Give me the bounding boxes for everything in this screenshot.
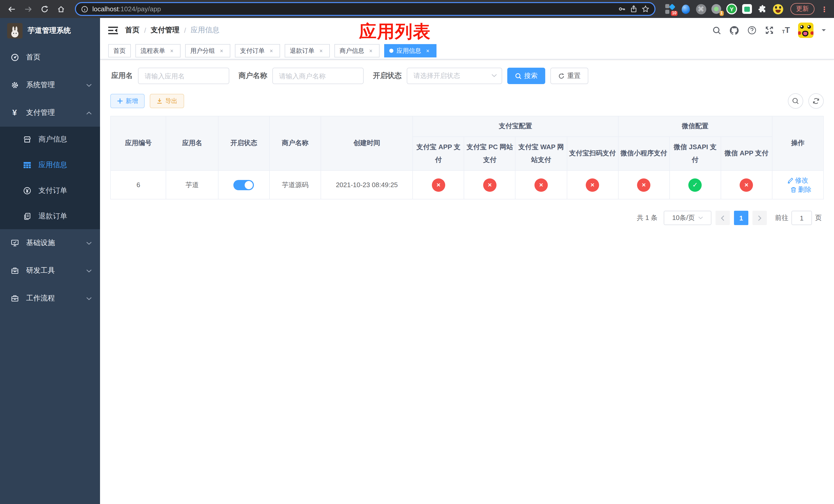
command-extension-icon[interactable]: ⌘ (696, 4, 706, 14)
status-toggle[interactable] (234, 180, 254, 190)
delete-link[interactable]: 删除 (790, 185, 811, 194)
close-icon[interactable]: × (317, 47, 325, 54)
col-alipay-app: 支付宝 APP 支付 (413, 137, 464, 170)
chevron-up-icon (86, 111, 92, 115)
prev-page-button[interactable] (716, 211, 730, 225)
edit-link[interactable]: 修改 (787, 176, 808, 185)
toggle-search-button[interactable] (788, 93, 803, 109)
reload-icon[interactable] (38, 2, 51, 16)
github-icon[interactable] (729, 25, 739, 35)
merchant-name-input[interactable] (272, 68, 364, 84)
next-page-button[interactable] (752, 211, 767, 225)
close-icon[interactable]: × (168, 47, 175, 54)
password-key-icon[interactable] (618, 5, 626, 13)
status-select[interactable]: 请选择开启状态 (407, 68, 502, 84)
sidebar-collapse-icon[interactable] (108, 26, 118, 35)
table-row: 6 芋道 芋道源码 2021-10-23 08:49:25 × × × × × (111, 170, 824, 199)
page-content: 应用名 商户名称 开启状态 请选择开启状态 搜索 (100, 60, 834, 504)
sketch-extension-icon[interactable]: 10 (665, 4, 676, 14)
tag-merchant-info[interactable]: 商户信息× (334, 44, 379, 58)
reset-button[interactable]: 重置 (550, 68, 588, 84)
chevron-down-icon (86, 241, 92, 245)
sidebar-item-home[interactable]: 首页 (0, 44, 100, 71)
document-copy-icon (23, 212, 31, 221)
table-toolbar: 新增 导出 (110, 93, 824, 109)
refresh-button[interactable] (808, 93, 824, 109)
tag-refund-order[interactable]: 退款订单× (285, 44, 330, 58)
extension-badge: 1 (719, 11, 724, 16)
sidebar-item-refund-order[interactable]: 退款订单 (0, 204, 100, 229)
alipay-pc-status: × (483, 178, 497, 191)
balloon-extension-icon[interactable] (680, 4, 691, 14)
page-unit-label: 页 (815, 213, 822, 223)
back-icon[interactable] (5, 2, 19, 16)
tag-process-form[interactable]: 流程表单× (135, 44, 180, 58)
goto-page-input[interactable] (791, 211, 812, 225)
close-icon[interactable]: × (367, 47, 374, 54)
cell-operations: 修改 删除 (772, 170, 824, 199)
sidebar-item-payment[interactable]: ¥ 支付管理 (0, 99, 100, 127)
close-icon[interactable]: × (268, 47, 275, 54)
forward-icon[interactable] (22, 2, 35, 16)
wechat-app-status: × (740, 178, 753, 191)
y-extension-icon[interactable]: Y (726, 4, 737, 14)
col-wechat-mini: 微信小程序支付 (618, 137, 670, 170)
header-search-icon[interactable] (712, 26, 721, 35)
site-info-icon[interactable] (81, 5, 88, 13)
sidebar-item-pay-order[interactable]: 支付订单 (0, 178, 100, 204)
url-bar[interactable]: localhost:1024/pay/app (75, 2, 656, 16)
cell-app-name: 芋道 (166, 170, 218, 199)
tag-home[interactable]: 首页 (108, 44, 131, 58)
chevron-down-icon (491, 74, 497, 77)
breadcrumb-payment[interactable]: 支付管理 (151, 26, 179, 35)
profile-emoji-icon[interactable] (772, 4, 783, 14)
font-size-icon[interactable]: TT (782, 26, 790, 35)
tag-user-group[interactable]: 用户分组× (185, 44, 230, 58)
merchant-name-label: 商户名称 (239, 71, 267, 81)
col-alipay-pc: 支付宝 PC 网站支付 (464, 137, 515, 170)
group-wechat-config: 微信配置 (618, 116, 772, 137)
bookmark-star-icon[interactable] (642, 5, 649, 13)
sidebar-logo[interactable]: 芋道管理系统 (0, 18, 100, 44)
close-icon[interactable]: × (424, 47, 431, 54)
briefcase-icon (10, 267, 19, 275)
breadcrumb-current: 应用信息 (191, 26, 220, 35)
total-count: 共 1 条 (637, 213, 658, 223)
user-avatar[interactable] (798, 23, 813, 38)
logo-avatar (7, 23, 23, 39)
tag-pay-order[interactable]: 支付订单× (235, 44, 280, 58)
wechat-jsapi-status: ✓ (688, 178, 702, 191)
sidebar-item-infrastructure[interactable]: 基础设施 (0, 229, 100, 257)
home-icon[interactable] (54, 2, 68, 16)
search-button[interactable]: 搜索 (507, 68, 545, 84)
extensions-puzzle-icon[interactable] (757, 4, 768, 14)
sidebar-item-system[interactable]: 系统管理 (0, 71, 100, 99)
browser-toolbar: localhost:1024/pay/app 10 ⌘ (0, 0, 834, 18)
col-app-name: 应用名 (166, 116, 218, 170)
add-button[interactable]: 新增 (110, 94, 145, 108)
chrome-update-button[interactable]: 更新 (790, 3, 814, 15)
sidebar-item-dev-tools[interactable]: 研发工具 (0, 257, 100, 284)
gear-icon (10, 81, 19, 89)
cell-merchant: 芋道源码 (269, 170, 321, 199)
app-name-input[interactable] (138, 68, 229, 84)
page-number-current[interactable]: 1 (734, 211, 748, 225)
sidebar-item-workflow[interactable]: 工作流程 (0, 284, 100, 312)
col-status: 开启状态 (218, 116, 269, 170)
browser-menu-icon[interactable]: ⋮ (821, 5, 828, 13)
chevron-down-icon (86, 83, 92, 87)
share-icon[interactable] (630, 5, 638, 13)
breadcrumb-home[interactable]: 首页 (125, 26, 139, 35)
avatar-caret-icon[interactable] (822, 29, 826, 33)
fullscreen-icon[interactable] (765, 26, 774, 35)
help-icon[interactable] (747, 26, 756, 35)
tag-app-info[interactable]: 应用信息× (384, 44, 437, 58)
page-annotation: 应用列表 (359, 20, 431, 44)
chat-extension-icon[interactable] (742, 4, 752, 14)
export-button[interactable]: 导出 (150, 94, 184, 108)
page-size-select[interactable]: 10条/页 (664, 211, 711, 225)
sidebar-item-app-info[interactable]: 应用信息 (0, 152, 100, 178)
recorder-extension-icon[interactable]: 1 (711, 4, 722, 14)
close-icon[interactable]: × (218, 47, 225, 54)
sidebar-item-merchant-info[interactable]: 商户信息 (0, 127, 100, 152)
